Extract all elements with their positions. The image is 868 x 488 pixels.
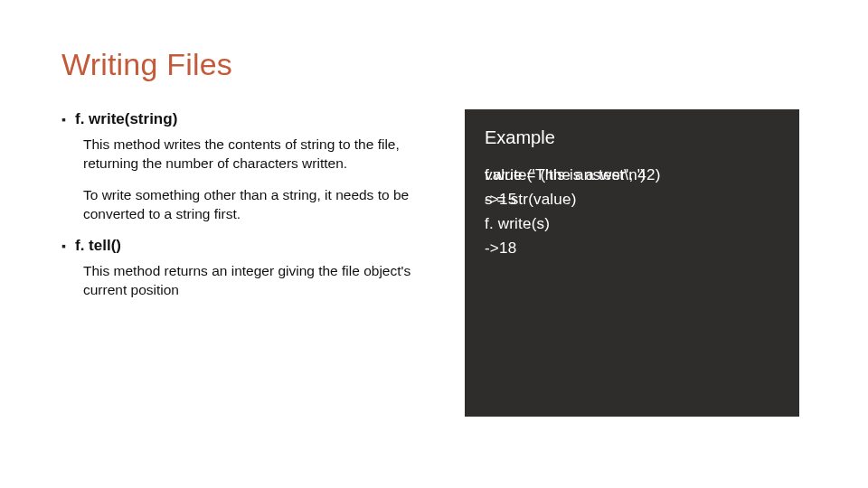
code-text-b: s = str(value) (485, 187, 577, 211)
bullet-marker: ▪ (61, 236, 66, 256)
code-text-b: value = ('the answer', 42) (485, 163, 661, 187)
bullet-heading: f. write(string) (75, 109, 177, 129)
code-line: ->15 s = str(value) (485, 187, 781, 211)
bullet-description: To write something other than a string, … (83, 185, 441, 223)
bullet-item: ▪ f. tell() (61, 236, 441, 256)
code-line: ->18 (485, 236, 781, 260)
bullet-description: This method writes the contents of strin… (83, 135, 441, 173)
code-text-a: f. write(s) (485, 215, 550, 232)
code-line: f. write(s) (485, 211, 781, 236)
code-text-a: ->18 (485, 239, 516, 257)
code-line: f.write('This is a test\n') value = ('th… (485, 163, 781, 187)
slide-title: Writing Files (61, 47, 810, 82)
bullet-heading: f. tell() (75, 236, 121, 256)
right-column: Example f.write('This is a test\n') valu… (465, 109, 810, 417)
left-column: ▪ f. write(string) This method writes th… (61, 109, 441, 417)
example-panel: Example f.write('This is a test\n') valu… (465, 109, 799, 417)
example-title: Example (485, 127, 781, 148)
bullet-item: ▪ f. write(string) (61, 109, 441, 129)
bullet-description: This method returns an integer giving th… (83, 261, 441, 299)
bullet-marker: ▪ (61, 109, 66, 129)
slide: Writing Files ▪ f. write(string) This me… (0, 0, 868, 488)
slide-body: ▪ f. write(string) This method writes th… (61, 109, 810, 417)
